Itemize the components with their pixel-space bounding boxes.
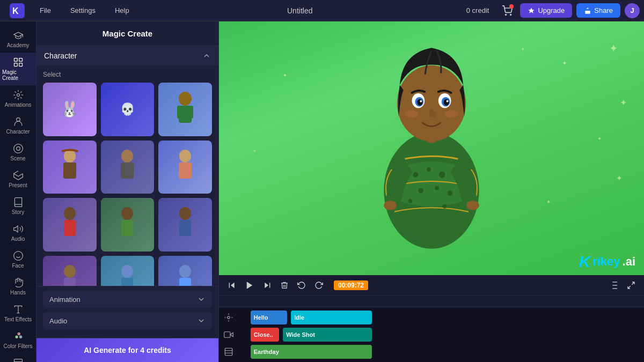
sidebar-item-academy[interactable]: Academy	[0, 26, 36, 53]
svg-point-69	[447, 100, 449, 102]
character-grid-container: Select 🐰 💀	[36, 65, 218, 286]
project-title: Untitled	[139, 6, 461, 15]
upgrade-button[interactable]: Upgrade	[520, 3, 572, 18]
clip-wide-shot[interactable]: Wide Shot	[283, 328, 372, 342]
svg-rect-87	[225, 348, 232, 356]
canvas-area[interactable]: ✦ ✦ ✦ ✦ ✦ ✦ ✦ ✦ ✦	[219, 21, 644, 275]
sidebar-item-text-effects[interactable]: Text Effects	[0, 300, 36, 327]
timeline-redo[interactable]	[312, 279, 325, 292]
camera-track-lane[interactable]: Close.. Wide Shot	[238, 327, 644, 343]
character-card-7[interactable]	[43, 198, 97, 252]
menu-file[interactable]: File	[30, 0, 61, 21]
scene-track-lane[interactable]: Earthday	[238, 344, 644, 360]
character-card-4[interactable]	[43, 141, 97, 194]
clip-hello[interactable]: Hello	[251, 311, 287, 324]
svg-point-8	[17, 94, 19, 97]
cart-button[interactable]	[499, 2, 516, 19]
character-card-10[interactable]	[43, 256, 97, 286]
character-grid: 🐰 💀	[43, 83, 212, 286]
scene-track: Earthday	[219, 344, 644, 360]
character-card-5[interactable]	[101, 141, 155, 194]
animation-label: Animation	[49, 295, 80, 304]
character-section-header[interactable]: Character	[36, 46, 218, 65]
sidebar-item-present[interactable]: Present	[0, 166, 36, 193]
animation-dropdown[interactable]: Animation	[43, 291, 212, 308]
svg-point-33	[121, 207, 133, 220]
user-avatar[interactable]: J	[625, 3, 640, 18]
svg-rect-23	[177, 106, 181, 119]
sidebar-item-magic-create[interactable]: Magic Create	[0, 53, 36, 85]
svg-point-9	[16, 118, 20, 122]
svg-point-53	[418, 188, 423, 193]
timeline-delete[interactable]	[278, 279, 291, 292]
svg-point-59	[466, 201, 479, 210]
svg-point-3	[510, 14, 511, 15]
character-card-3[interactable]	[158, 83, 212, 136]
sidebar-label-story: Story	[12, 209, 24, 215]
timeline-expand[interactable]	[608, 279, 620, 292]
timeline-zoom[interactable]	[625, 279, 638, 292]
menu-help[interactable]: Help	[105, 0, 139, 21]
star-decoration-5: ✦	[616, 174, 623, 182]
sidebar-label-present: Present	[9, 182, 27, 188]
timeline-ruler: 00:00 00:05 00:10 00:15 00:20 00:25 00:3…	[219, 295, 644, 307]
sidebar-label-color-filters: Color Filters	[4, 343, 33, 349]
watermark: K rikey .ai	[579, 253, 635, 271]
scene-track-icon	[219, 347, 238, 357]
menu-bar: File Settings Help	[30, 0, 139, 21]
timeline-play[interactable]	[243, 278, 257, 292]
sidebar-item-hands[interactable]: Hands	[0, 273, 36, 300]
svg-point-17	[18, 333, 20, 335]
svg-rect-32	[64, 220, 76, 236]
svg-marker-75	[265, 282, 268, 288]
svg-point-11	[16, 147, 20, 151]
menu-settings[interactable]: Settings	[61, 0, 105, 21]
svg-rect-34	[121, 220, 133, 236]
svg-point-27	[121, 150, 133, 162]
watermark-text: rikey	[592, 255, 620, 269]
sidebar-item-audio[interactable]: Audio	[0, 219, 36, 246]
sidebar-item-color-filters[interactable]: Color Filters	[0, 327, 36, 353]
animation-track: Hello Idle	[219, 309, 644, 326]
character-card-2[interactable]: 💀	[101, 83, 155, 136]
svg-rect-7	[19, 63, 22, 67]
share-button[interactable]: Share	[576, 3, 620, 18]
character-card-1[interactable]: 🐰	[43, 83, 97, 136]
sidebar-item-scene[interactable]: Scene	[0, 139, 36, 166]
sidebar-item-story[interactable]: Story	[0, 193, 36, 219]
sidebar-label-character: Character	[6, 129, 30, 135]
clip-close[interactable]: Close..	[251, 328, 279, 342]
magic-create-panel: Magic Create Character Select 🐰 💀	[36, 21, 219, 362]
sidebar-item-templates[interactable]: Templates	[0, 353, 36, 362]
sidebar-item-animations[interactable]: Animations	[0, 85, 36, 112]
logo[interactable]: K	[4, 3, 30, 18]
generate-button[interactable]: AI Generate for 4 credits	[36, 338, 218, 362]
character-card-11[interactable]	[101, 256, 155, 286]
svg-point-25	[64, 150, 76, 162]
svg-point-2	[506, 14, 507, 15]
svg-point-10	[13, 144, 23, 153]
svg-point-12	[13, 252, 23, 261]
character-card-6[interactable]	[158, 141, 212, 194]
star-decoration-9: ✦	[546, 199, 551, 205]
svg-point-37	[64, 265, 76, 278]
timeline-undo[interactable]	[295, 279, 308, 292]
svg-point-85	[228, 316, 230, 319]
top-navigation: K File Settings Help Untitled 0 credit U…	[0, 0, 644, 21]
timeline-skip-back[interactable]	[225, 279, 238, 292]
character-card-8[interactable]	[101, 198, 155, 252]
sidebar-item-face[interactable]: Face	[0, 246, 36, 273]
svg-point-61	[397, 65, 466, 142]
svg-rect-24	[189, 106, 193, 119]
timeline-skip-forward[interactable]	[261, 279, 274, 292]
svg-point-29	[179, 150, 191, 162]
svg-rect-5	[19, 58, 22, 62]
clip-idle[interactable]: Idle	[291, 311, 372, 324]
sidebar-item-character[interactable]: Character	[0, 112, 36, 139]
character-card-12[interactable]	[158, 256, 212, 286]
clip-earthday[interactable]: Earthday	[251, 345, 372, 359]
camera-track: Close.. Wide Shot	[219, 327, 644, 343]
audio-dropdown[interactable]: Audio	[43, 312, 212, 329]
animation-track-lane[interactable]: Hello Idle	[238, 309, 644, 326]
character-card-9[interactable]	[158, 198, 212, 252]
